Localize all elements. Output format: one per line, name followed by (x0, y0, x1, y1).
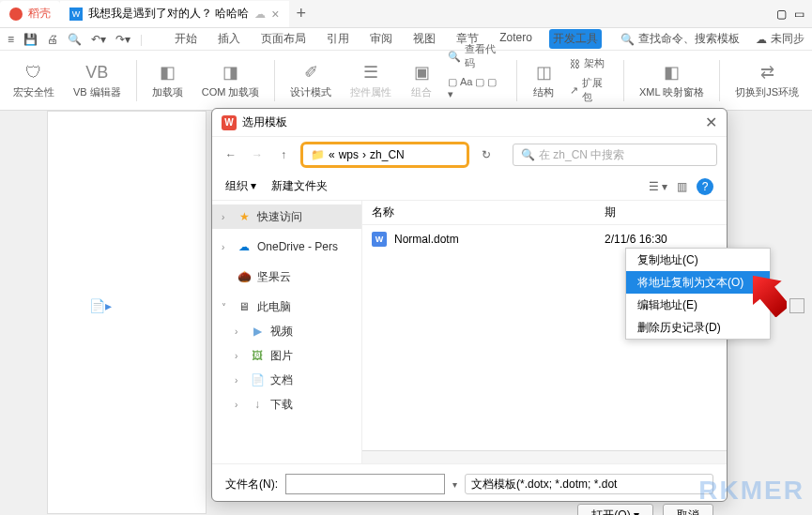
video-icon: ▶ (250, 325, 265, 338)
com-addin-button[interactable]: ◨COM 加载项 (194, 57, 268, 103)
sidebar-item-quick[interactable]: › ★ 快速访问 (212, 204, 361, 229)
sync-button[interactable]: ☁ 未同步 (756, 31, 804, 47)
structure-button[interactable]: ◫结构 (525, 57, 562, 103)
dialog-titlebar: W 选用模板 ✕ (212, 109, 727, 137)
vb-editor-button[interactable]: VBVB 编辑器 (66, 57, 129, 103)
template-dialog: W 选用模板 ✕ ← → ↑ 📁 « wps › zh_CN ↻ 🔍 在 zh_… (211, 108, 728, 502)
forward-icon[interactable]: → (248, 148, 267, 161)
minimize-icon[interactable]: ▭ (794, 8, 804, 21)
column-date[interactable]: 期 (605, 204, 717, 220)
design-mode-button[interactable]: ✐设计模式 (283, 57, 339, 103)
addin-button[interactable]: ◧加载项 (145, 57, 191, 103)
chevron-right-icon: › (235, 375, 244, 386)
ctx-delete-history[interactable]: 删除历史记录(D) (626, 316, 770, 339)
print-icon[interactable]: 🖨 (47, 33, 58, 46)
add-tab-button[interactable]: + (289, 4, 314, 23)
sidebar-item-label: 视频 (270, 324, 293, 340)
close-icon[interactable]: ✕ (705, 114, 717, 131)
path-seg-2[interactable]: zh_CN (370, 148, 405, 161)
file-date: 2/11/6 16:30 (605, 233, 717, 246)
preview-pane-button[interactable]: ▥ (677, 180, 687, 193)
dialog-nav: ← → ↑ 📁 « wps › zh_CN ↻ 🔍 在 zh_CN 中搜索 (212, 137, 727, 173)
sidebar-item-pc[interactable]: ˅ 🖥 此电脑 (212, 295, 361, 319)
sync-label: 未同步 (771, 31, 804, 47)
ruler-toggle[interactable] (789, 298, 804, 313)
app-logo-icon (9, 8, 23, 21)
file-type-filter[interactable]: 文档模板(*.dotx; *.dotm; *.dot (465, 474, 713, 494)
filename-input[interactable] (285, 474, 445, 494)
main-menu: 开始 插入 页面布局 引用 审阅 视图 章节 Zotero 开发工具 (171, 29, 602, 49)
view-mode-button[interactable]: ☰ ▾ (649, 180, 667, 193)
watermark: RKMER (698, 476, 804, 506)
menu-devtools[interactable]: 开发工具 (549, 29, 602, 49)
sidebar-item-label: 坚果云 (257, 269, 291, 285)
macro-security-button[interactable]: 🛡宏安全性 (6, 57, 62, 103)
chevron-right-icon: › (235, 351, 244, 361)
close-icon[interactable]: × (271, 7, 279, 22)
controls-row[interactable]: ▢ Aa ▢ ▢ ▾ (444, 74, 509, 102)
menu-insert[interactable]: 插入 (214, 29, 244, 49)
tab-home-label: 稻壳 (28, 6, 51, 22)
sidebar-item-downloads[interactable]: › ↓ 下载 (212, 392, 361, 417)
sidebar-item-docs[interactable]: › 📄 文档 (212, 368, 361, 392)
picture-icon: 🖼 (250, 349, 265, 362)
sidebar-item-pics[interactable]: › 🖼 图片 (212, 343, 361, 368)
horizontal-scrollbar[interactable] (362, 450, 727, 463)
cloud-icon: ☁ (756, 33, 767, 46)
star-icon: ★ (237, 210, 252, 223)
new-folder-button[interactable]: 新建文件夹 (271, 178, 328, 194)
menu-layout[interactable]: 页面布局 (257, 29, 310, 49)
document-page[interactable] (47, 111, 207, 514)
undo-icon[interactable]: ↶▾ (91, 33, 106, 46)
switch-js-button[interactable]: ⇄切换到JS环境 (728, 57, 806, 103)
page-break-icon: 📄▸ (89, 298, 112, 313)
arch-button[interactable]: ⛓架构 (566, 54, 616, 72)
tab-cloud-icon: ☁ (254, 8, 266, 21)
ribbon-toolbar: 🛡宏安全性 VBVB 编辑器 ◧加载项 ◨COM 加载项 ✐设计模式 ☰控件属性… (0, 51, 812, 111)
tab-home[interactable]: 稻壳 (0, 1, 60, 27)
save-icon[interactable]: 💾 (23, 33, 38, 46)
redo-icon[interactable]: ↷▾ (115, 33, 130, 46)
path-seg-1[interactable]: wps (339, 148, 359, 161)
separator (623, 60, 624, 101)
sidebar-item-video[interactable]: › ▶ 视频 (212, 319, 361, 343)
view-code-button[interactable]: 🔍查看代码 (444, 40, 509, 72)
search-input[interactable]: 🔍 在 zh_CN 中搜索 (513, 144, 717, 166)
xml-map-button[interactable]: ◧XML 映射窗格 (632, 57, 712, 103)
window-controls: ▢ ▭ (776, 8, 812, 21)
column-name[interactable]: 名称 (372, 204, 605, 220)
combine-button: ▣组合 (403, 57, 440, 103)
command-search[interactable]: 🔍 查找命令、搜索模板 (620, 31, 740, 47)
up-icon[interactable]: ↑ (274, 148, 293, 161)
organize-button[interactable]: 组织 ▾ (225, 178, 256, 194)
refresh-icon[interactable]: ↻ (477, 148, 496, 161)
ctx-copy-address[interactable]: 复制地址(C) (626, 249, 770, 271)
sidebar-item-nut[interactable]: 🌰 坚果云 (212, 265, 361, 289)
preview-icon[interactable]: 🔍 (68, 33, 82, 46)
document-tabs: 稻壳 W 我想我是遇到了对的人？ 哈哈哈 ☁ × + ▢ ▭ (0, 0, 812, 28)
help-icon[interactable]: ? (697, 178, 713, 195)
dropdown-icon[interactable]: ▾ (452, 479, 457, 490)
menu-start[interactable]: 开始 (171, 29, 201, 49)
separator: | (140, 33, 143, 46)
chevron-right-icon: › (235, 326, 244, 337)
tab-document[interactable]: W 我想我是遇到了对的人？ 哈哈哈 ☁ × (60, 1, 289, 27)
doc-icon: W (69, 8, 83, 21)
menu-icon[interactable]: ≡ (8, 33, 14, 46)
menu-view[interactable]: 视图 (409, 29, 439, 49)
chevron-right-icon: › (222, 242, 231, 252)
annotation-arrow-icon (749, 270, 787, 317)
folder-icon: 📁 (311, 148, 325, 161)
menu-review[interactable]: 审阅 (366, 29, 396, 49)
sidebar-item-onedrive[interactable]: › ☁ OneDrive - Pers (212, 235, 361, 259)
dialog-footer: 文件名(N): ▾ 文档模板(*.dotx; *.dotm; *.dot 打开(… (212, 463, 727, 515)
expand-button[interactable]: ↗扩展包 (566, 74, 616, 106)
address-bar[interactable]: 📁 « wps › zh_CN (300, 142, 469, 168)
open-button[interactable]: 打开(O) ▾ (577, 504, 653, 515)
pc-icon: 🖥 (237, 300, 252, 313)
quick-access-toolbar: ≡ 💾 🖨 🔍 ↶▾ ↷▾ | 开始 插入 页面布局 引用 审阅 视图 章节 Z… (0, 28, 812, 51)
layout-icon[interactable]: ▢ (776, 8, 787, 21)
back-icon[interactable]: ← (222, 148, 240, 161)
menu-reference[interactable]: 引用 (323, 29, 353, 49)
tab-doc-label: 我想我是遇到了对的人？ 哈哈哈 (88, 6, 249, 22)
